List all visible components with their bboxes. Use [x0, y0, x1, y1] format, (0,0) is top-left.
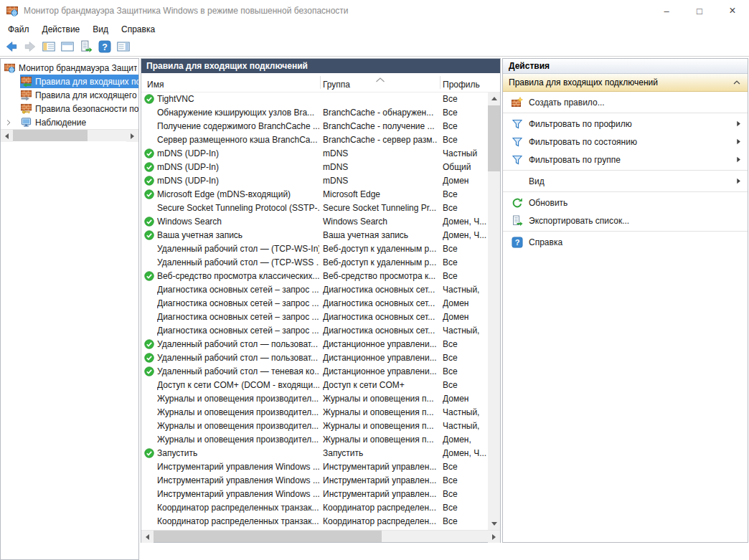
show-console-tree-button[interactable] [40, 39, 57, 54]
help-icon: ? [512, 237, 523, 248]
rule-row[interactable]: TightVNCВсе [141, 92, 500, 106]
rule-name: mDNS (UDP-In) [157, 147, 319, 161]
menu-view[interactable]: Вид [86, 23, 115, 36]
rule-row[interactable]: Secure Socket Tunneling Protocol (SSTP-.… [141, 201, 500, 215]
column-header-profile[interactable]: Профиль [443, 80, 480, 90]
forward-button[interactable] [22, 39, 39, 54]
rule-row[interactable]: mDNS (UDP-In)mDNSОбщий [141, 161, 500, 174]
tree-item-monitoring[interactable]: Наблюдение [1, 115, 138, 129]
maximize-button[interactable]: □ [683, 0, 716, 22]
tree-item-inbound-rules[interactable]: Правила для входящих по [1, 75, 138, 88]
tree-item-root[interactable]: Монитор брандмауэра Защит [1, 61, 138, 75]
menu-file[interactable]: Файл [1, 23, 36, 36]
scroll-left-button[interactable] [1, 130, 13, 142]
rule-row[interactable]: Координатор распределенных транзак...Коо… [141, 515, 500, 528]
rule-row[interactable]: Журналы и оповещения производител...Журн… [141, 406, 500, 419]
tree-item-security-rules[interactable]: Правила безопасности по [1, 102, 138, 115]
rule-row[interactable]: ЗапуститьЗапуститьДомен, Ч... [141, 447, 500, 460]
rule-row[interactable]: Координатор распределенных транзак...Коо… [141, 501, 500, 515]
column-separator[interactable] [320, 76, 321, 89]
rule-row[interactable]: Доступ к сети COM+ (DCOM - входящи...Дос… [141, 379, 500, 392]
export-list-button[interactable] [77, 39, 95, 54]
rule-profile: Все [443, 488, 487, 501]
tree-item-label: Правила безопасности по [35, 104, 138, 114]
rule-row[interactable]: Ваша учетная записьВаша учетная записьДо… [141, 229, 500, 242]
column-separator[interactable] [440, 76, 441, 89]
show-panels-button[interactable] [59, 39, 76, 54]
action-view[interactable]: Вид [503, 172, 748, 190]
console-tree-pane: Монитор брандмауэра ЗащитПравила для вхо… [0, 58, 139, 560]
collapse-section-icon[interactable] [732, 77, 742, 87]
rule-row[interactable]: Журналы и оповещения производител...Журн… [141, 433, 500, 447]
rule-row[interactable]: Удаленный рабочий стол — (TCP-WS-In)Веб-… [141, 242, 500, 256]
rule-row[interactable]: Удаленный рабочий стол — (TCP-WSS ...Веб… [141, 256, 500, 270]
help-icon: ? [98, 40, 111, 53]
column-header-group[interactable]: Группа [323, 80, 350, 90]
rule-name: Координатор распределенных транзак... [157, 515, 319, 528]
action-refresh[interactable]: Обновить [503, 194, 748, 212]
action-label: Обновить [529, 198, 567, 208]
rule-profile: Домен [443, 297, 487, 310]
rule-row[interactable]: Получение содержимого BranchCache ...Bra… [141, 120, 500, 133]
column-header-name[interactable]: Имя [147, 80, 164, 90]
rule-profile: Все [443, 365, 487, 379]
tree-horizontal-scrollbar[interactable] [1, 129, 138, 141]
rule-profile: Домен, Ч... [443, 447, 487, 460]
action-help[interactable]: ?Справка [503, 233, 748, 251]
expand-chevron-icon[interactable] [3, 117, 14, 128]
rule-row[interactable]: Windows SearchWindows SearchДомен, Ч... [141, 215, 500, 229]
rule-row[interactable]: Инструментарий управления Windows ...Инс… [141, 460, 500, 474]
scroll-right-button[interactable] [488, 531, 500, 543]
action-filter-by-state[interactable]: Фильтровать по состоянию [503, 133, 748, 151]
rule-row[interactable]: Веб-средство просмотра классических...Ве… [141, 270, 500, 283]
rule-group: Веб-средство просмотра к... [323, 270, 438, 283]
action-export-list[interactable]: Экспортировать список... [503, 212, 748, 229]
rule-row[interactable]: Инструментарий управления Windows ...Инс… [141, 488, 500, 501]
rules-horizontal-scrollbar[interactable] [141, 530, 500, 542]
action-filter-by-group[interactable]: Фильтровать по группе [503, 151, 748, 169]
show-action-pane-button[interactable] [115, 39, 132, 54]
rule-row[interactable]: Сервер размещенного кэша BranchCa...Bran… [141, 133, 500, 147]
rule-group: mDNS [323, 161, 438, 174]
menu-help[interactable]: Справка [115, 23, 161, 36]
action-new-rule[interactable]: Создать правило... [503, 93, 748, 111]
tree-item-label: Наблюдение [35, 118, 86, 128]
rule-row[interactable]: Инструментарий управления Windows ...Инс… [141, 474, 500, 488]
rule-group: Инструментарий управлен... [323, 474, 438, 488]
rule-row[interactable]: Удаленный рабочий стол — пользоват...Дис… [141, 351, 500, 365]
chevron-spacer [3, 90, 14, 100]
column-headers: Имя Группа Профиль [141, 73, 500, 92]
tree-item-outbound-rules[interactable]: Правила для исходящего п [1, 88, 138, 102]
scrollbar-thumb[interactable] [154, 531, 382, 542]
rule-row[interactable]: Диагностика основных сетей – запрос ...Д… [141, 283, 500, 297]
rule-row[interactable]: Журналы и оповещения производител...Журн… [141, 392, 500, 406]
scroll-left-button[interactable] [141, 531, 154, 543]
back-button[interactable] [3, 39, 20, 54]
action-filter-by-profile[interactable]: Фильтровать по профилю [503, 115, 748, 133]
rule-profile: Все [443, 515, 487, 528]
check-icon [144, 353, 154, 363]
menu-action[interactable]: Действие [36, 23, 87, 36]
action-label: Фильтровать по группе [529, 155, 621, 165]
rule-row[interactable]: Microsoft Edge (mDNS-входящий)Microsoft … [141, 188, 500, 201]
scroll-right-button[interactable] [126, 130, 138, 142]
rule-row[interactable]: mDNS (UDP-In)mDNSЧастный [141, 147, 500, 161]
rule-row[interactable]: Журналы и оповещения производител...Журн… [141, 419, 500, 433]
rule-row[interactable]: Обнаружение кэширующих узлов Bra...Branc… [141, 106, 500, 120]
help-button[interactable]: ? [96, 39, 113, 54]
rule-row[interactable]: mDNS (UDP-In)mDNSДомен [141, 174, 500, 188]
rule-name: Получение содержимого BranchCache ... [157, 120, 319, 133]
rule-row[interactable]: Диагностика основных сетей – запрос ...Д… [141, 310, 500, 324]
close-button[interactable]: × [716, 0, 749, 22]
tree-item-label: Правила для исходящего п [35, 90, 138, 100]
rule-profile: Частный, [443, 283, 487, 297]
scrollbar-thumb[interactable] [13, 130, 88, 141]
rule-row[interactable]: Удаленный рабочий стол — теневая ко...Ди… [141, 365, 500, 379]
rule-row[interactable]: Диагностика основных сетей – запрос ...Д… [141, 324, 500, 338]
minimize-button[interactable]: – [650, 0, 683, 22]
rule-name: Диагностика основных сетей – запрос ... [157, 324, 319, 338]
rule-row[interactable]: Удаленный рабочий стол — пользоват...Дис… [141, 338, 500, 351]
rule-profile: Домен, Ч... [443, 215, 487, 229]
rule-row[interactable]: Диагностика основных сетей – запрос ...Д… [141, 297, 500, 310]
actions-section-header[interactable]: Правила для входящих подключений [503, 74, 748, 92]
